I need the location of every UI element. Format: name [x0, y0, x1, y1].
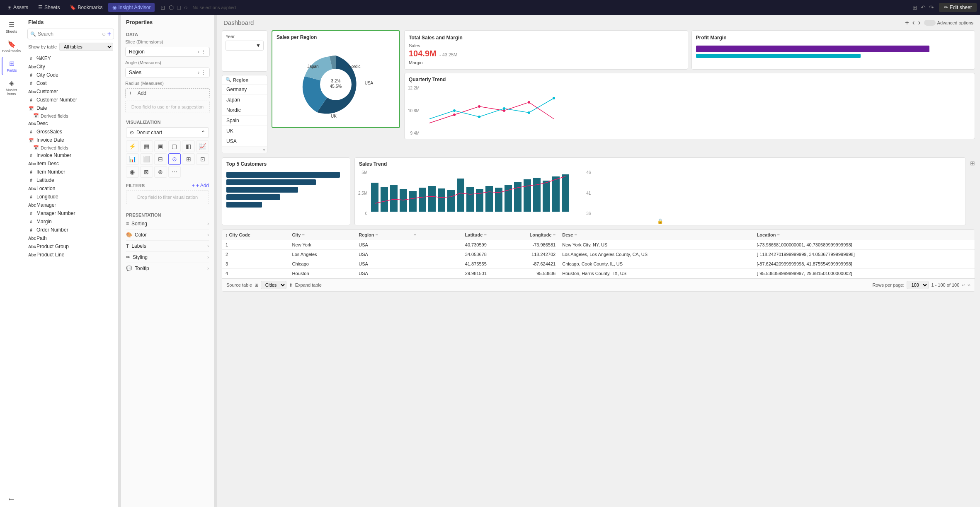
pres-styling[interactable]: ✏ Styling ›	[126, 252, 209, 263]
col-desc[interactable]: Desc ≡	[559, 230, 753, 240]
tab-assets[interactable]: ⊞ Assets	[3, 3, 32, 12]
col-city[interactable]: City ≡	[289, 230, 356, 240]
selection-tool[interactable]: ⊡	[160, 4, 165, 11]
search-region-icon[interactable]: 🔍	[226, 77, 231, 82]
sidebar-item-bookmarks[interactable]: 🔖 Bookmarks	[2, 38, 22, 56]
field-city-code[interactable]: # City Code	[23, 71, 118, 79]
filters-add-button[interactable]: + + Add	[192, 183, 209, 188]
expand-icon[interactable]: ›	[198, 70, 199, 75]
sidebar-item-sheets[interactable]: ☰ Sheets	[2, 18, 22, 36]
col-latitude[interactable]: Latitude ≡	[430, 230, 490, 240]
slice-chip[interactable]: Region › ⋮	[125, 47, 210, 57]
region-item-uk[interactable]: UK	[222, 126, 267, 136]
field-invoice-date[interactable]: 📅 Invoice Date	[23, 136, 118, 144]
field-percent-key[interactable]: # %KEY	[23, 54, 118, 63]
pres-labels[interactable]: T Labels ›	[126, 241, 209, 252]
viz-boxplot-icon[interactable]: ⊛	[154, 166, 167, 178]
source-table-select[interactable]: Cities	[261, 281, 286, 289]
toggle-switch[interactable]	[924, 20, 936, 26]
add-field-icon[interactable]: +	[107, 30, 111, 38]
tab-insight-advisor[interactable]: ◉ Insight Advisor	[108, 3, 155, 12]
table-icon-btn[interactable]: ⊞	[970, 157, 975, 225]
tab-sheets[interactable]: ☰ Sheets	[34, 3, 64, 12]
viz-pivot-icon[interactable]: ⬜	[140, 153, 153, 165]
field-item-number[interactable]: # Item Number	[23, 168, 118, 176]
viz-magic-icon[interactable]: ⚡	[126, 140, 139, 152]
table-view-icon[interactable]: ⊞	[970, 160, 975, 167]
sidebar-collapse-btn[interactable]: ⟵	[2, 495, 22, 504]
pres-tooltip[interactable]: 💬 Tooltip ›	[126, 263, 209, 274]
field-invoice-date-derived[interactable]: 📅 Derived fields	[23, 144, 118, 151]
viz-type-selector[interactable]: ⊙ Donut chart ⌃	[126, 127, 209, 138]
field-manager-number[interactable]: # Manager Number	[23, 209, 118, 217]
viz-waterfall-icon[interactable]: ⊠	[140, 166, 153, 178]
more-icon[interactable]: ⋮	[201, 49, 206, 55]
next-icon[interactable]: ›	[918, 18, 921, 27]
field-order-number[interactable]: # Order Number	[23, 226, 118, 234]
undo-icon[interactable]: ↶	[921, 4, 926, 11]
add-sheet-icon[interactable]: +	[905, 19, 909, 27]
viz-combo-icon[interactable]: 📊	[126, 153, 139, 165]
rows-per-page-select[interactable]: 100	[907, 281, 929, 289]
viz-kpi-icon[interactable]: ⊡	[196, 153, 209, 165]
field-city[interactable]: Abc City	[23, 63, 118, 71]
rect-tool[interactable]: □	[177, 4, 180, 11]
col-longitude[interactable]: Longitude ≡	[490, 230, 559, 240]
field-path[interactable]: Abc Path	[23, 234, 118, 242]
field-product-group[interactable]: Abc Product Group	[23, 242, 118, 251]
next-page-icon[interactable]: ››	[968, 282, 970, 287]
col-location[interactable]: Location ≡	[754, 230, 975, 240]
col-region[interactable]: Region ≡	[355, 230, 410, 240]
field-cost[interactable]: # Cost	[23, 79, 118, 87]
more-icon[interactable]: ⋮	[201, 70, 206, 75]
field-date-derived[interactable]: 📅 Derived fields	[23, 112, 118, 119]
viz-bar-icon[interactable]: ▦	[140, 140, 153, 152]
viz-table-icon[interactable]: ⊞	[182, 153, 195, 165]
angle-chip[interactable]: Sales › ⋮	[125, 68, 210, 77]
field-customer-number[interactable]: # Customer Number	[23, 96, 118, 104]
field-grosssales[interactable]: # GrossSales	[23, 128, 118, 136]
viz-line-icon[interactable]: ▢	[168, 140, 181, 152]
edit-sheet-button[interactable]: ✏ Edit sheet	[939, 3, 977, 12]
sidebar-item-master[interactable]: ◈ Master items	[2, 77, 22, 99]
tab-bookmarks[interactable]: 🔖 Bookmarks	[65, 3, 107, 12]
grid-icon[interactable]: ⊞	[912, 4, 917, 11]
lasso-tool[interactable]: ⬡	[169, 4, 174, 11]
pres-color[interactable]: 🎨 Color ›	[126, 229, 209, 241]
field-margin[interactable]: # Margin	[23, 217, 118, 226]
region-item-usa[interactable]: USA	[222, 136, 267, 147]
field-date[interactable]: 📅 Date	[23, 104, 118, 112]
viz-donut-icon[interactable]: ⊙	[168, 153, 181, 165]
region-item-nordic[interactable]: Nordic	[222, 105, 267, 116]
redo-icon[interactable]: ↷	[929, 4, 934, 11]
pres-sorting[interactable]: ≡ Sorting ›	[126, 218, 209, 229]
circle-tool[interactable]: ○	[184, 4, 187, 11]
search-clear-icon[interactable]: ⊙	[102, 31, 106, 37]
field-latitude[interactable]: # Latitude	[23, 176, 118, 184]
field-product-line[interactable]: Abc Product Line	[23, 251, 118, 259]
field-longitude[interactable]: # Longitude	[23, 193, 118, 201]
region-item-germany[interactable]: Germany	[222, 84, 267, 95]
search-input[interactable]	[38, 31, 100, 37]
viz-area-icon[interactable]: ◧	[182, 140, 195, 152]
expand-icon[interactable]: ›	[198, 49, 199, 55]
region-item-japan[interactable]: Japan	[222, 95, 267, 105]
sidebar-item-fields[interactable]: ⊞ Fields	[2, 57, 22, 75]
viz-stacked-icon[interactable]: ▣	[154, 140, 167, 152]
field-location[interactable]: Abc Location	[23, 184, 118, 193]
col-city-code[interactable]: ↕ City Code	[222, 230, 289, 240]
viz-treemap-icon[interactable]: ⊟	[154, 153, 167, 165]
field-item-desc[interactable]: Abc Item Desc	[23, 159, 118, 168]
viz-more-icon[interactable]: ⋯	[168, 166, 181, 178]
field-customer[interactable]: Abc Customer	[23, 87, 118, 96]
viz-scatter-icon[interactable]: 📈	[196, 140, 209, 152]
field-manager[interactable]: Abc Manager	[23, 201, 118, 209]
region-item-spain[interactable]: Spain	[222, 116, 267, 126]
table-select[interactable]: All tables	[59, 43, 113, 51]
viz-gauge-icon[interactable]: ◉	[126, 166, 139, 178]
add-radius-button[interactable]: + + Add	[125, 88, 210, 98]
field-invoice-number[interactable]: # Invoice Number	[23, 151, 118, 159]
prev-icon[interactable]: ‹	[912, 18, 915, 27]
year-dropdown[interactable]: ▼	[226, 41, 264, 51]
prev-page-icon[interactable]: ‹‹	[962, 282, 965, 287]
